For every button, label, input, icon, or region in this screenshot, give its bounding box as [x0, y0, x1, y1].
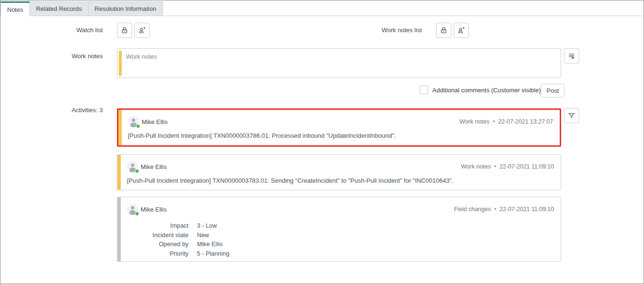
- field-change-value: Mike Ellis: [197, 240, 223, 248]
- work-notes-stripe: [119, 51, 122, 76]
- activity-type: Work notes: [461, 163, 491, 170]
- activity-meta: Field changes•22-07-2021 11:09:10: [454, 206, 554, 213]
- lock-icon: [440, 27, 447, 34]
- avatar: [127, 204, 138, 215]
- add-person-icon: [457, 27, 465, 34]
- presence-indicator: [136, 124, 140, 128]
- activity-timestamp: 22-07-2021 11:09:10: [500, 206, 554, 213]
- field-change-name: Priority: [127, 250, 188, 257]
- presence-indicator: [135, 212, 139, 216]
- additional-comments-checkbox[interactable]: [420, 86, 428, 94]
- activity-timestamp: 22-07-2021 11:09:10: [500, 163, 554, 170]
- activity-author: Mike Ellis: [141, 206, 167, 213]
- worknotes-stripe: [118, 110, 122, 145]
- field-change-value: 3 - Low: [197, 222, 217, 229]
- activity-meta: Work notes•22-07-2021 13:27:07: [460, 118, 553, 125]
- activity-type: Field changes: [454, 206, 491, 213]
- activity-entry-highlighted[interactable]: Mike Ellis Work notes•22-07-2021 13:27:0…: [117, 108, 561, 147]
- work-notes-list-label: Work notes list: [320, 27, 422, 34]
- work-notes-label: Work notes: [0, 53, 103, 60]
- field-change-name: Impact: [127, 222, 188, 229]
- post-button[interactable]: Post: [541, 84, 564, 98]
- fieldchanges-stripe: [117, 197, 121, 261]
- work-notes-list-add-person-button[interactable]: [454, 23, 469, 38]
- work-notes-field-wrap: [117, 48, 561, 78]
- activity-message: [Push-Pull Incident Integration] TXN0000…: [127, 177, 551, 184]
- field-change-row: Opened by Mike Ellis: [127, 240, 229, 249]
- field-change-name: Incident state: [127, 231, 188, 239]
- activities-count-label: Activities: 3: [0, 106, 103, 114]
- field-change-row: Priority 5 - Planning: [127, 249, 229, 258]
- meta-bullet: •: [494, 206, 496, 213]
- activity-entry[interactable]: Mike Ellis Work notes•22-07-2021 11:09:1…: [117, 154, 561, 190]
- work-notes-list-lock-button[interactable]: [436, 23, 451, 38]
- watch-list-label: Watch list: [0, 27, 103, 34]
- activity-timestamp: 22-07-2021 13:27:07: [498, 118, 553, 125]
- watch-list-lock-button[interactable]: [117, 23, 132, 38]
- add-person-icon: [138, 27, 146, 34]
- presence-indicator: [135, 169, 139, 173]
- meta-bullet: •: [493, 118, 495, 125]
- tab-resolution-information[interactable]: Resolution Information: [88, 1, 163, 16]
- tab-related-records[interactable]: Related Records: [29, 1, 89, 16]
- field-change-value: New: [197, 231, 209, 239]
- work-notes-input[interactable]: [124, 49, 561, 78]
- field-change-row: Impact 3 - Low: [127, 221, 229, 231]
- toggle-activity-stream-button[interactable]: [564, 48, 579, 63]
- activity-stream-icon: [568, 52, 575, 60]
- field-change-value: 5 - Planning: [197, 250, 229, 257]
- activity-author: Mike Ellis: [141, 163, 167, 170]
- activity-author: Mike Ellis: [142, 118, 168, 125]
- tabbar: Notes Related Records Resolution Informa…: [0, 1, 163, 16]
- avatar: [128, 116, 139, 127]
- filter-icon: [568, 112, 575, 119]
- activity-filter-button[interactable]: [564, 108, 579, 123]
- meta-bullet: •: [494, 163, 496, 170]
- additional-comments-label: Additional comments (Customer visible): [432, 87, 541, 94]
- field-changes-list: Impact 3 - Low Incident state New Opened…: [127, 221, 229, 258]
- notes-tab-panel: Notes Related Records Resolution Informa…: [0, 0, 644, 284]
- watch-list-add-person-button[interactable]: [134, 23, 150, 38]
- field-change-name: Opened by: [127, 240, 188, 248]
- activity-message: [Push-Pull Incident Integration] TXN0000…: [128, 132, 550, 139]
- tab-notes[interactable]: Notes: [0, 1, 30, 16]
- field-change-row: Incident state New: [127, 231, 229, 240]
- activity-entry-field-changes[interactable]: Mike Ellis Field changes•22-07-2021 11:0…: [117, 197, 561, 262]
- lock-icon: [121, 27, 128, 34]
- activity-meta: Work notes•22-07-2021 11:09:10: [461, 163, 554, 170]
- avatar: [127, 161, 138, 172]
- activity-type: Work notes: [460, 118, 490, 125]
- worknotes-stripe: [117, 155, 121, 190]
